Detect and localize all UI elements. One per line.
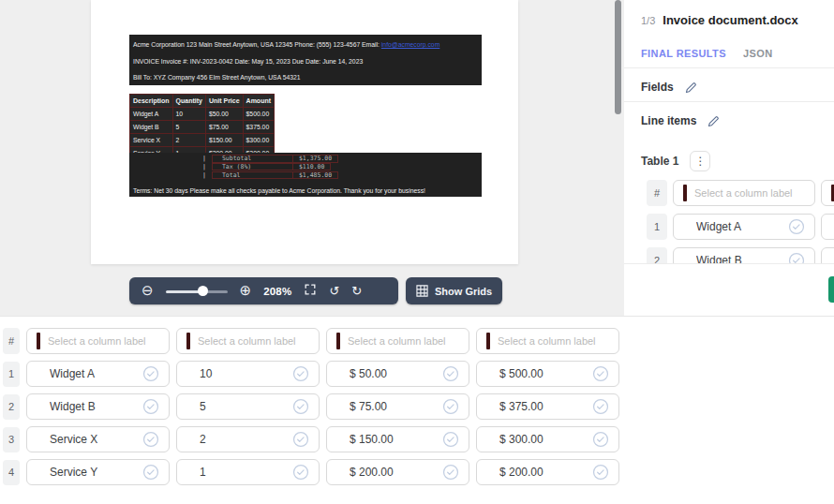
document-viewer: Acme Corporation 123 Main Street Anytown… [0,0,624,316]
cell-value-box[interactable]: Widget A [26,361,170,387]
confirm-check-icon[interactable] [592,365,609,382]
zoom-slider-handle[interactable] [198,286,208,296]
confirm-check-icon[interactable] [292,365,309,382]
confirm-check-icon[interactable] [142,365,159,382]
column-label-input[interactable] [821,180,834,206]
panel-scrollbar-thumb[interactable] [615,0,621,114]
app-root: Acme Corporation 123 Main Street Anytown… [0,0,834,504]
column-label-input[interactable] [673,180,815,206]
zoom-in-icon[interactable]: ⊕ [240,284,252,298]
document-page: Acme Corporation 123 Main Street Anytown… [91,0,518,264]
confirm-check-icon[interactable] [592,398,609,415]
column-label-input[interactable] [26,328,170,354]
fields-section: Fields [641,81,834,94]
zoom-out-icon[interactable]: ⊖ [141,284,154,298]
line-items-section-label: Line items [641,114,696,127]
invoice-header-line3: Bill To: XYZ Company 456 Elm Street Anyt… [133,69,478,85]
cell-value-box[interactable]: Service Y [26,459,170,485]
fit-screen-icon[interactable] [304,283,317,299]
cell-value-box[interactable]: Widget B [673,247,815,263]
invoice-col-description: Description [130,95,173,108]
confirm-action-button[interactable] [828,276,834,303]
confirm-check-icon[interactable] [592,464,609,481]
cell-value-box[interactable]: $ 375.00 [476,393,619,420]
tab-json[interactable]: JSON [743,48,773,59]
kebab-icon: ⋮ [694,155,706,168]
invoice-totals-block: | Subtotal$1,375.00 | Tax (8%)$110.00 | … [129,153,482,197]
invoice-tax-line: | Tax (8%)$110.00 [129,163,482,171]
zoom-slider[interactable] [166,286,228,297]
cell-value-box[interactable]: 2 [176,426,320,452]
cell-value-box[interactable] [821,247,834,263]
column-accent-bar [186,333,190,349]
cell-value-box[interactable]: 1 [176,459,320,485]
column-label-field[interactable] [198,335,319,347]
invoice-col-unit-price: Unit Price [205,95,243,108]
confirm-check-icon[interactable] [442,464,459,481]
row-index-cell: 2 [647,247,667,263]
invoice-table-row: Widget B 5 $75.00 $375.00 [130,121,275,134]
cell-value-box[interactable]: $ 150.00 [326,426,469,452]
edit-line-items-pencil-icon[interactable] [707,115,720,127]
invoice-table: Description Quantity Unit Price Amount W… [129,94,275,160]
page-indicator: 1/3 [641,15,655,26]
confirm-check-icon[interactable] [442,365,459,382]
column-label-input[interactable] [476,328,619,354]
cell-value-box[interactable]: $ 200.00 [476,459,619,485]
invoice-header-line1: Acme Corporation 123 Main Street Anytown… [133,37,478,53]
rotate-cw-icon[interactable]: ↻ [351,285,362,297]
confirm-check-icon[interactable] [292,464,309,481]
rotate-ccw-icon[interactable]: ↺ [329,285,339,297]
cell-value-box[interactable]: Service X [26,426,170,452]
confirm-check-icon[interactable] [142,398,159,415]
confirm-check-icon[interactable] [142,431,159,448]
column-label-field[interactable] [348,335,469,347]
cell-value-box[interactable] [821,214,834,240]
confirm-check-icon[interactable] [788,218,805,235]
line-items-section: Line items [641,114,834,127]
confirm-check-icon[interactable] [592,431,609,448]
table-row: 1 Widget A [647,214,834,240]
column-accent-bar [336,333,340,349]
table-row: 2 Widget B [647,247,834,263]
cell-value-box[interactable]: $ 500.00 [476,361,619,387]
invoice-subtotal-line: | Subtotal$1,375.00 [129,155,482,163]
divider [624,101,834,102]
invoice-table-header-row: Description Quantity Unit Price Amount [130,95,275,108]
invoice-table-row: Widget A 10 $50.00 $500.00 [130,108,275,121]
column-label-field[interactable] [694,187,814,199]
column-label-field[interactable] [498,335,618,347]
column-accent-bar [486,333,490,349]
column-label-field[interactable] [48,335,169,347]
table-row: 3 Service X 2 $ 150.00 $ 300.00 [3,426,834,452]
cell-value-box[interactable]: $ 50.00 [326,361,469,387]
confirm-check-icon[interactable] [442,398,459,415]
cell-value-box[interactable]: $ 75.00 [326,393,469,420]
cell-value-box[interactable]: 5 [176,393,320,420]
invoice-header-block: Acme Corporation 123 Main Street Anytown… [129,35,482,85]
invoice-header-line2: INVOICE Invoice #: INV-2023-0042 Date: M… [133,53,478,70]
confirm-check-icon[interactable] [788,252,805,263]
invoice-terms: Terms: Net 30 days Please make all check… [133,187,425,194]
hash-header-cell: # [647,180,667,206]
table-menu-button[interactable]: ⋮ [690,151,710,171]
grid-icon [416,285,428,297]
cell-value-box[interactable]: 10 [176,361,320,387]
edit-fields-pencil-icon[interactable] [685,82,697,94]
results-panel: 1/3 Invoice document.docx FINAL RESULTS … [624,0,834,316]
tab-final-results[interactable]: FINAL RESULTS [641,48,726,59]
cell-value-box[interactable]: Widget A [673,214,815,240]
confirm-check-icon[interactable] [292,431,309,448]
show-grids-button[interactable]: Show Grids [406,277,502,304]
confirm-check-icon[interactable] [442,431,459,448]
cell-value-box[interactable]: $ 200.00 [326,459,469,485]
column-label-input[interactable] [326,328,469,354]
confirm-check-icon[interactable] [292,398,309,415]
cell-value-box[interactable]: Widget B [26,393,170,420]
column-label-input[interactable] [176,328,320,354]
table-header-row: # [3,328,834,354]
invoice-email-link[interactable]: info@acmecorp.com [381,41,439,48]
row-index-cell: 1 [647,214,667,240]
confirm-check-icon[interactable] [142,464,159,481]
cell-value-box[interactable]: $ 300.00 [476,426,619,452]
